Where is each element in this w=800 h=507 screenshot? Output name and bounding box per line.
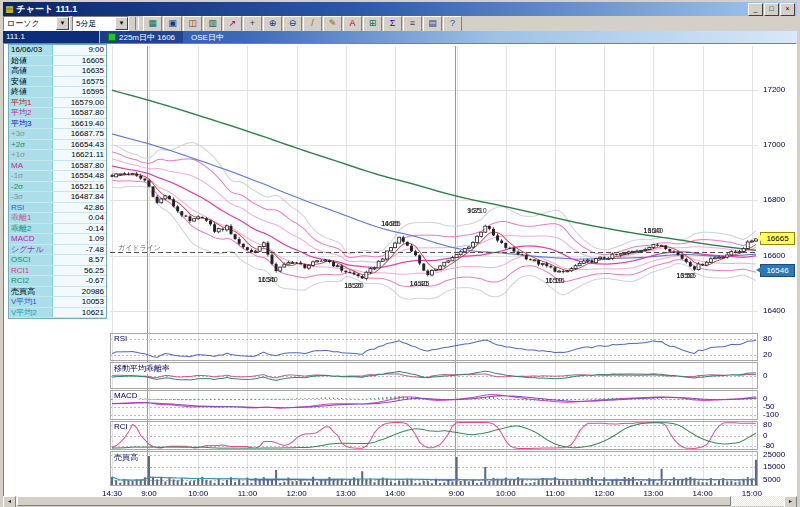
data-row: MACD1.09	[9, 234, 106, 245]
tab-225m-day-session[interactable]: 225m日中 1606	[100, 31, 183, 43]
toolbar: ローソク ▼ 5分足 ▼ ▦▣◫▥↗+⊕⊖/✎A⊞Σ≡▤?	[3, 16, 797, 31]
tab-label: 225m日中 1606	[119, 32, 175, 43]
zoom-out-icon[interactable]: ⊖	[283, 16, 302, 32]
candlestick-chart-icon[interactable]: ◫	[183, 16, 202, 32]
indicator-icon[interactable]: Σ	[383, 16, 402, 32]
data-row-label: RCI1	[9, 266, 53, 276]
chart-app-window: { "window": { "title": "チャート 111.1", "ic…	[0, 0, 800, 507]
window-title: チャート 111.1	[17, 3, 747, 16]
data-row: 終値16595	[9, 87, 106, 98]
data-row-label: 始値	[9, 56, 53, 66]
data-row-value: 16687.75	[53, 129, 106, 139]
grid-toggle-icon[interactable]: ⊞	[363, 16, 382, 32]
data-row-label: MACD	[9, 234, 53, 244]
data-row-value: 10621	[53, 308, 106, 318]
data-row-value: 42.86	[53, 203, 106, 213]
crosshair-icon[interactable]: +	[243, 16, 262, 32]
scroll-right-button[interactable]: ►	[784, 496, 797, 507]
data-row: V平均210621	[9, 308, 106, 319]
line-chart-icon[interactable]: ↗	[223, 16, 242, 32]
data-row-value: 16575	[53, 77, 106, 87]
data-row-value: 16487.84	[53, 192, 106, 202]
data-row: シグナル-7.48	[9, 245, 106, 256]
data-row: 平均116579.00	[9, 98, 106, 109]
layout-grid-icon[interactable]: ▦	[143, 16, 162, 32]
data-row-label: +1σ	[9, 150, 53, 160]
maximize-button[interactable]: □	[764, 3, 779, 16]
info-bar: 111.1 225m日中 1606 OSE日中	[3, 31, 797, 43]
data-row-label: 16/06/03	[9, 45, 53, 55]
trendline-icon[interactable]: /	[303, 16, 322, 32]
data-row-value: 16621.11	[53, 150, 106, 160]
data-row-label: 平均2	[9, 108, 53, 118]
data-row-value: 16579.00	[53, 98, 106, 108]
data-row-value: 10053	[53, 297, 106, 307]
chart-window-icon[interactable]: ▣	[163, 16, 182, 32]
text-tool-icon[interactable]: A	[343, 16, 362, 32]
data-row: RCI156.25	[9, 266, 106, 277]
data-row-value: 16521.16	[53, 182, 106, 192]
data-row: -1σ16554.48	[9, 171, 106, 182]
window-controls: _□×	[747, 3, 795, 16]
data-row: 乖離2-0.14	[9, 224, 106, 235]
chart-type-select[interactable]: ローソク ▼	[3, 16, 70, 31]
chart-canvas[interactable]	[0, 0, 800, 507]
chevron-down-icon[interactable]: ▼	[56, 17, 69, 30]
data-row-label: 平均3	[9, 119, 53, 129]
data-row: +3σ16687.75	[9, 129, 106, 140]
data-row-value: 16635	[53, 66, 106, 76]
data-row: MA16587.80	[9, 161, 106, 172]
data-row-value: 8.57	[53, 255, 106, 265]
data-row-value: 1.09	[53, 234, 106, 244]
data-row-label: 売買高	[9, 287, 53, 297]
scrollbar-track[interactable]	[16, 496, 784, 506]
settings-icon[interactable]: ≡	[403, 16, 422, 32]
close-button[interactable]: ×	[780, 3, 795, 16]
data-row-value: -7.48	[53, 245, 106, 255]
data-row-value: 16605	[53, 56, 106, 66]
chevron-down-icon[interactable]: ▼	[115, 17, 128, 30]
scroll-left-button[interactable]: ◄	[3, 496, 16, 507]
data-row: 平均316619.40	[9, 119, 106, 130]
data-row-label: MA	[9, 161, 53, 171]
data-row-value: 16587.80	[53, 161, 106, 171]
data-row-value: -0.67	[53, 276, 106, 286]
title-bar: ▦ チャート 111.1 _□×	[3, 2, 797, 16]
horizontal-scrollbar[interactable]: ◄ ►	[3, 496, 797, 506]
data-row-label: 平均1	[9, 98, 53, 108]
data-row-value: 16654.43	[53, 140, 106, 150]
tab-label: OSE日中	[191, 32, 224, 43]
print-icon[interactable]: ▤	[423, 16, 442, 32]
draw-icon[interactable]: ✎	[323, 16, 342, 32]
data-row-label: -2σ	[9, 182, 53, 192]
tab-ose-day-session[interactable]: OSE日中	[183, 31, 232, 43]
data-row-label: 乖離2	[9, 224, 53, 234]
data-row-label: 乖離1	[9, 213, 53, 223]
period-value: 5分足	[76, 18, 112, 29]
data-row-label: OSCI	[9, 255, 53, 265]
symbol-code[interactable]: 111.1	[3, 31, 100, 43]
help-icon[interactable]: ?	[443, 16, 462, 32]
data-row: +1σ16621.11	[9, 150, 106, 161]
data-row-label: 安値	[9, 77, 53, 87]
data-row: -3σ16487.84	[9, 192, 106, 203]
data-row-value: -0.14	[53, 224, 106, 234]
data-row: 売買高20986	[9, 287, 106, 298]
data-row-value: 16587.80	[53, 108, 106, 118]
data-row-label: -3σ	[9, 192, 53, 202]
data-row: -2σ16521.16	[9, 182, 106, 193]
data-row: 16/06/039:00	[9, 45, 106, 56]
scrollbar-thumb[interactable]	[17, 496, 731, 506]
data-row: 始値16605	[9, 56, 106, 67]
data-row-label: -1σ	[9, 171, 53, 181]
data-row: +2σ16654.43	[9, 140, 106, 151]
data-row-value: 9:00	[53, 45, 106, 55]
data-row-value: 16619.40	[53, 119, 106, 129]
toolbar-icon-group: ▦▣◫▥↗+⊕⊖/✎A⊞Σ≡▤?	[143, 16, 463, 32]
zoom-in-icon[interactable]: ⊕	[263, 16, 282, 32]
bar-chart-icon[interactable]: ▥	[203, 16, 222, 32]
data-row: RCI2-0.67	[9, 276, 106, 287]
minimize-button[interactable]: _	[748, 3, 763, 16]
data-row: 平均216587.80	[9, 108, 106, 119]
period-select[interactable]: 5分足 ▼	[72, 16, 129, 31]
